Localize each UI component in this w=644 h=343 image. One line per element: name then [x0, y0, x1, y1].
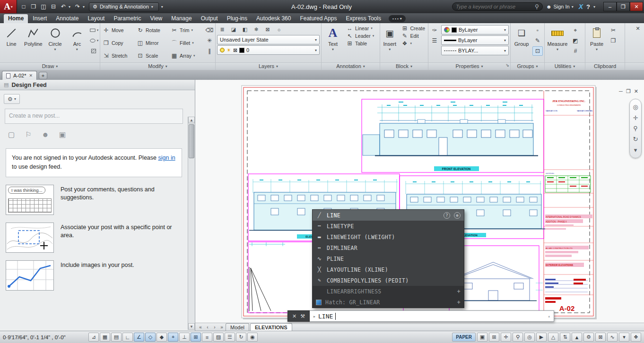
circle-button[interactable]: Circle ▾ [45, 24, 66, 62]
panel-label-utilities[interactable]: Utilities ▾ [545, 62, 585, 70]
steering-wheel-button[interactable]: ◎ [524, 333, 535, 342]
tab-autodesk-360[interactable]: Autodesk 360 [252, 14, 295, 23]
scroll-down-icon[interactable]: ▼ [188, 323, 195, 330]
tab-home[interactable]: Home [4, 14, 28, 23]
layer-lock-button[interactable]: ⊠ [262, 25, 273, 34]
qat-options-icon[interactable]: ▾ [161, 5, 165, 9]
tab-elevations[interactable]: ELEVATIONS [250, 323, 292, 331]
panel-label-groups[interactable]: Groups ▾ [511, 62, 544, 70]
suggestion-linearbrightness[interactable]: LINEARBRIGHTNESS + [313, 286, 464, 297]
rotate-button[interactable]: ↻Rotate [135, 24, 169, 36]
expand-icon[interactable]: + [457, 288, 461, 295]
showmotion-button[interactable]: ▶ [536, 333, 547, 342]
application-menu-button[interactable]: A ▾ [0, 0, 17, 13]
layer-properties-button[interactable]: ≣ [217, 25, 227, 34]
workspace-switcher[interactable]: ⚙ Drafting & Annotation ▾ [89, 2, 159, 11]
polar-toggle[interactable]: ∠ [134, 333, 144, 342]
erase-button[interactable]: ⌫ [204, 26, 215, 35]
help-dropdown-icon[interactable]: ▾ [593, 5, 597, 9]
panel-label-block[interactable]: Block ▾ [380, 62, 428, 70]
redo-dropdown-icon[interactable]: ▾ [83, 5, 87, 9]
annotation-visibility-button[interactable]: △ [548, 333, 558, 342]
line-button[interactable]: Line [1, 24, 22, 62]
command-input[interactable]: ▸ LINE ▴ [310, 310, 554, 322]
recent-commands-icon[interactable]: ▴ [548, 314, 550, 318]
mirror-button[interactable]: ◫Mirror [135, 37, 169, 49]
maximize-button[interactable]: ❐ [617, 2, 630, 11]
paste-button[interactable]: Paste ▾ [586, 24, 607, 62]
new-post-input[interactable]: Create a new post... [5, 109, 183, 124]
group-button[interactable]: ❑ Group [512, 24, 531, 62]
selection-cycling-toggle[interactable]: ↻ [236, 333, 246, 342]
quick-properties-toggle[interactable]: ☰ [225, 333, 235, 342]
panel-label-properties[interactable]: Properties ▾ ⇘ [428, 62, 510, 70]
tab-manage[interactable]: Manage [167, 14, 196, 23]
tab-insert[interactable]: Insert [28, 14, 51, 23]
layer-state-button[interactable]: ◪ [228, 25, 239, 34]
tab-express-tools[interactable]: Express Tools [341, 14, 385, 23]
tab-model[interactable]: Model [226, 323, 249, 331]
file-tab-a02[interactable]: A-02* ✕ [2, 71, 37, 80]
autoscale-button[interactable]: ⇅ [560, 333, 570, 342]
drawing-minimize-icon[interactable]: ─ [619, 88, 623, 94]
close-icon[interactable]: ✕ [633, 24, 643, 33]
layer-freeze-button[interactable]: ❄ [251, 25, 261, 34]
edit-block-button[interactable]: ✎Edit [400, 33, 426, 39]
steering-wheel-icon[interactable]: ◎ [633, 104, 638, 110]
customize-wrench-icon[interactable]: ⚒ [300, 313, 305, 319]
tab-annotate[interactable]: Annotate [52, 14, 83, 23]
area-post-icon[interactable]: ▢ [7, 130, 16, 139]
polyline-button[interactable]: Polyline [23, 24, 44, 62]
tab-output[interactable]: Output [197, 14, 222, 23]
navbar-menu-icon[interactable]: ▾ [634, 147, 637, 153]
layer-state-combo[interactable]: Unsaved Layer State ▾ [217, 35, 320, 44]
attributes-button[interactable]: ❖▾ [400, 40, 426, 47]
quick-view-layouts-button[interactable]: ⊞ [489, 333, 499, 342]
linetype-combo[interactable]: BYLAY... ▾ [441, 46, 509, 55]
group-selection-toggle[interactable]: ⊡ [532, 46, 543, 56]
workspace-switching-button[interactable]: ⚙ [583, 333, 594, 342]
pan-button[interactable]: ✛ [501, 333, 511, 342]
hardware-acceleration-button[interactable]: ∿ [607, 333, 618, 342]
tab-layout[interactable]: Layout [83, 14, 109, 23]
tab-plugins[interactable]: Plug-ins [223, 14, 252, 23]
scrollbar-thumb[interactable] [189, 124, 194, 158]
ortho-toggle[interactable]: ∟ [122, 333, 133, 342]
undo-button[interactable]: ↶ [59, 2, 68, 11]
lineweight-combo[interactable]: ByLayer ▾ [441, 35, 509, 45]
save-button[interactable]: ◫ [39, 2, 48, 11]
undo-dropdown-icon[interactable]: ▾ [69, 5, 72, 9]
suggestion-linetype[interactable]: ┅ LINETYPE [313, 221, 464, 232]
pan-icon[interactable]: ✛ [633, 115, 638, 121]
layer-combo[interactable]: ☀ ⊠ 0 ▾ [217, 45, 320, 55]
ungroup-button[interactable]: ▫ [532, 26, 543, 35]
cut-button[interactable]: ✂ [608, 26, 618, 35]
feed-settings-button[interactable]: ⚙ ▾ [4, 94, 20, 104]
suggestion-pline[interactable]: ∿ PLINE [313, 253, 464, 264]
drawing-area[interactable]: FRONT ELEVATION [195, 80, 644, 331]
suggestion-combinepolylines[interactable]: ✎ COMBINEPOLYLINES (PEDIT) [313, 275, 464, 286]
quick-view-drawings-button[interactable]: ▣ [477, 333, 487, 342]
rectangle-button[interactable]: ▾ [88, 26, 99, 35]
id-point-button[interactable]: ⌖ [570, 26, 581, 35]
plot-button[interactable]: ⊟ [49, 2, 58, 11]
layer-isolate-button[interactable]: ◧ [240, 25, 250, 34]
properties-list-button[interactable]: ☰ [429, 36, 440, 45]
text-button[interactable]: A Text ▾ [322, 24, 343, 62]
last-layout-icon[interactable]: » [218, 325, 225, 330]
clean-screen-button[interactable]: ❖ [631, 333, 641, 342]
3d-osnap-toggle[interactable]: ◆ [157, 333, 167, 342]
close-tab-icon[interactable]: ✕ [29, 73, 33, 78]
scale-button[interactable]: ⊡Scale [135, 50, 169, 62]
zoom-button[interactable]: ⚲ [513, 333, 523, 342]
tab-parametric[interactable]: Parametric [109, 14, 145, 23]
panel-label-clipboard[interactable]: Clipboard [585, 62, 625, 70]
search-icon[interactable]: ⚲ [535, 3, 539, 10]
hatch-button[interactable] [88, 46, 99, 56]
snap-toggle[interactable]: ▦ [100, 333, 110, 342]
expand-icon[interactable]: + [457, 299, 461, 306]
ribbon-display-toggle[interactable]: • • • ▾ [389, 15, 406, 22]
drawing-close-icon[interactable]: ✕ [634, 88, 638, 94]
match-properties-button[interactable]: ✑ [429, 26, 440, 35]
paper-model-toggle[interactable]: PAPER [452, 333, 476, 342]
